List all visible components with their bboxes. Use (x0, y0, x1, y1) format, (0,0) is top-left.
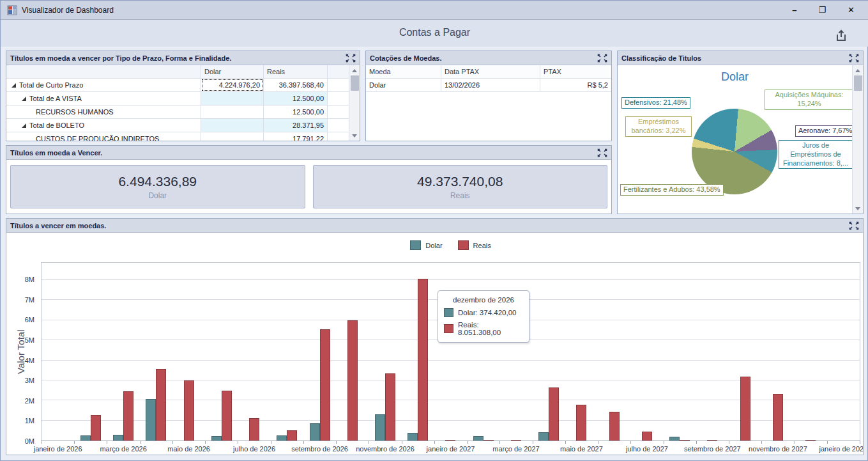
reais-bar[interactable] (680, 440, 690, 441)
tree-cell[interactable]: Total de BOLETO (6, 119, 201, 132)
x-tick-label: maio de 2027 (560, 445, 603, 453)
scroll-down-icon[interactable] (853, 203, 864, 214)
legend-item-reais[interactable]: Reais (458, 240, 491, 250)
classification-scrollbar[interactable] (852, 65, 863, 214)
dolar-bar[interactable] (211, 436, 222, 441)
legend-item-dolar[interactable]: Dolar (410, 240, 442, 250)
dolar-bar[interactable] (113, 435, 123, 441)
dolar-bar[interactable] (277, 435, 287, 441)
cell-reais[interactable]: 36.397.568,40 (264, 79, 328, 91)
dolar-bar[interactable] (310, 423, 320, 441)
minimize-button[interactable]: – (792, 6, 796, 14)
table-row[interactable]: Dolar 13/02/2026 R$ 5,2 (366, 79, 611, 92)
expand-icon[interactable] (849, 221, 859, 230)
x-tick (369, 441, 369, 444)
reais-bar[interactable] (445, 440, 455, 441)
tree-cell[interactable]: RECURSOS HUMANOS (6, 105, 201, 118)
reais-bar[interactable] (347, 320, 358, 441)
tree-table-scrollbar[interactable] (349, 65, 360, 141)
table-row[interactable]: CUSTOS DE PRODUÇÃO INDIRETOS17.791,22 (6, 132, 349, 141)
cell-data-ptax[interactable]: 13/02/2026 (441, 79, 540, 91)
reais-bar[interactable] (222, 391, 232, 441)
dolar-bar[interactable] (538, 432, 549, 441)
cell-dolar[interactable]: 4.224.976,20 (201, 79, 264, 91)
dolar-bar[interactable] (407, 433, 418, 441)
cell-reais[interactable]: 28.371,95 (264, 119, 328, 132)
expand-icon[interactable] (597, 54, 607, 63)
x-tick-label: janeiro de 2027 (427, 445, 475, 453)
dolar-bar[interactable] (80, 435, 91, 441)
table-row[interactable]: Total de A VISTA12.500,00 (6, 92, 349, 105)
reais-bar[interactable] (576, 405, 586, 441)
dolar-bar[interactable] (375, 414, 385, 441)
export-icon[interactable] (834, 29, 848, 43)
reais-bar[interactable] (249, 418, 259, 441)
close-button[interactable]: ✕ (848, 6, 855, 14)
dolar-bar[interactable] (669, 437, 680, 441)
collapse-triangle-icon[interactable] (11, 83, 16, 88)
cell-reais[interactable]: 17.791,22 (264, 132, 328, 141)
collapse-triangle-icon[interactable] (22, 123, 26, 128)
dolar-bar[interactable] (473, 436, 483, 441)
bar-group (795, 263, 827, 441)
table-row[interactable]: Total de Curto Prazo4.224.976,2036.397.5… (6, 79, 349, 92)
column-header-tree[interactable] (6, 65, 201, 78)
total-card-dolar: 6.494.336,89 Dolar (10, 165, 305, 208)
x-tick-label: janeiro de 2028 (819, 445, 863, 453)
x-tick (795, 441, 795, 444)
reais-bar[interactable] (805, 440, 816, 441)
reais-bar[interactable] (773, 394, 783, 441)
collapse-triangle-icon[interactable] (22, 97, 26, 101)
column-header-data-ptax[interactable]: Data PTAX (441, 65, 540, 78)
cell-ptax[interactable]: R$ 5,2 (540, 79, 611, 91)
cell-dolar[interactable] (201, 92, 264, 105)
reais-bar[interactable] (483, 440, 494, 441)
table-row[interactable]: RECURSOS HUMANOS12.500,00 (6, 105, 349, 119)
scroll-up-icon[interactable] (349, 65, 360, 75)
reais-bar[interactable] (511, 440, 521, 441)
reais-bar[interactable] (184, 380, 194, 441)
dolar-bar[interactable] (146, 399, 156, 441)
reais-bar[interactable] (418, 279, 428, 441)
reais-bar[interactable] (707, 440, 717, 441)
cell-reais[interactable]: 12.500,00 (264, 92, 328, 105)
column-header-ptax[interactable]: PTAX (540, 65, 611, 78)
tree-cell[interactable]: CUSTOS DE PRODUÇÃO INDIRETOS (6, 132, 201, 141)
column-header-reais[interactable]: Reais (264, 65, 328, 78)
quotes-header: Moeda Data PTAX PTAX (366, 65, 611, 79)
column-header-moeda[interactable]: Moeda (366, 65, 441, 78)
scrollbar-thumb[interactable] (854, 75, 862, 91)
tree-cell[interactable]: Total de A VISTA (6, 92, 201, 105)
reais-bar[interactable] (320, 329, 330, 441)
tree-cell[interactable]: Total de Curto Prazo (6, 79, 201, 91)
expand-icon[interactable] (597, 148, 607, 157)
expand-icon[interactable] (346, 54, 356, 63)
x-tick-label: março de 2026 (100, 445, 146, 453)
reais-bar[interactable] (740, 377, 750, 441)
reais-bar[interactable] (549, 387, 559, 441)
x-tick (696, 441, 697, 444)
bar-group (402, 263, 434, 441)
cell-moeda[interactable]: Dolar (366, 79, 441, 91)
scrollbar-thumb[interactable] (351, 75, 359, 91)
scroll-down-icon[interactable] (349, 130, 360, 141)
cell-dolar[interactable] (201, 132, 264, 141)
cell-reais[interactable]: 12.500,00 (264, 105, 328, 118)
reais-bar[interactable] (91, 415, 101, 441)
reais-bar[interactable] (385, 373, 395, 441)
reais-bar[interactable] (287, 430, 297, 441)
reais-bar[interactable] (156, 369, 166, 441)
reais-bar[interactable] (123, 391, 133, 441)
scroll-up-icon[interactable] (853, 65, 864, 75)
x-tick (729, 441, 729, 444)
column-header-dolar[interactable]: Dolar (201, 65, 264, 78)
reais-bar[interactable] (642, 432, 652, 441)
restore-button[interactable]: ❐ (818, 6, 826, 14)
panel-title: Títulos em moeda a Vencer. (10, 149, 102, 157)
pie-chart[interactable] (692, 109, 777, 194)
cell-dolar[interactable] (201, 119, 264, 132)
cell-dolar[interactable] (201, 105, 264, 118)
table-row[interactable]: Total de BOLETO28.371,95 (6, 119, 349, 132)
expand-icon[interactable] (849, 54, 859, 63)
reais-bar[interactable] (609, 412, 620, 441)
